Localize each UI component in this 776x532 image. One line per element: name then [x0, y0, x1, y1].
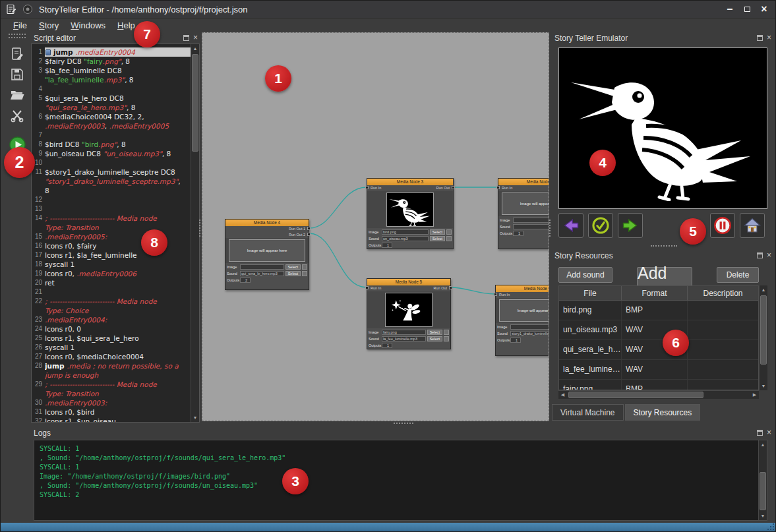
minimize-button[interactable] [721, 3, 738, 16]
menu-item-file[interactable]: File [7, 19, 33, 32]
browse-icon[interactable] [446, 236, 452, 241]
media-node-right-top[interactable]: Media Node 1 Run In Image will appear he… [498, 178, 549, 249]
in-port-pin[interactable] [494, 293, 497, 296]
node-title[interactable]: Media Node 1 [498, 179, 549, 185]
validate-button[interactable] [588, 213, 613, 238]
scroll-up-icon[interactable] [760, 285, 767, 294]
select-sound-button[interactable]: Select [427, 336, 442, 341]
table-row[interactable]: un_oiseau.mp3WAV [559, 320, 758, 340]
forward-button[interactable] [618, 213, 643, 238]
float-panel-icon[interactable] [757, 430, 763, 436]
script-editor[interactable]: 123 45 6 7891011 121314 1516171819202122… [31, 44, 200, 423]
table-hscrollbar[interactable] [558, 390, 759, 399]
outputs-spinner[interactable]: 1 [382, 343, 392, 348]
scroll-left-icon[interactable] [558, 391, 567, 399]
splitter-handle[interactable] [199, 220, 200, 237]
node-title[interactable]: Media Node 3 [367, 179, 453, 185]
tab-virtual-machine[interactable]: Virtual Machine [552, 404, 624, 421]
table-vscrollbar[interactable] [759, 285, 767, 390]
title-bar[interactable]: StoryTeller Editor - /home/anthony/ostpr… [1, 1, 775, 18]
out-port-pin[interactable] [307, 233, 311, 236]
menu-bar[interactable]: FileStoryWindowsHelp [1, 18, 775, 32]
media-node-5[interactable]: Media Node 5 Run InRun Out Imagefairy.pn… [367, 278, 451, 349]
scrollbar-thumb[interactable] [192, 54, 198, 152]
in-port-pin[interactable] [365, 286, 369, 289]
column-header[interactable]: Format [622, 286, 688, 300]
node-title[interactable]: Media Node 4 [225, 220, 309, 226]
media-node-4[interactable]: Media Node 4 Run Out 1 Run Out 2 Image w… [225, 219, 309, 290]
splitter-handle[interactable] [549, 220, 551, 237]
table-row[interactable]: fairy.pngBMP [559, 380, 758, 390]
outputs-spinner[interactable]: 1 [513, 231, 523, 236]
editor-scrollbar[interactable] [191, 44, 199, 422]
home-button[interactable] [740, 213, 765, 238]
open-button[interactable] [7, 86, 27, 104]
outputs-spinner[interactable]: 1 [382, 243, 392, 248]
float-panel-icon[interactable] [757, 35, 763, 41]
outputs-spinner[interactable]: 2 [240, 278, 251, 283]
close-project-button[interactable] [7, 106, 27, 125]
browse-icon[interactable] [446, 229, 452, 235]
select-sound-button[interactable]: Select [430, 236, 445, 241]
outputs-spinner[interactable]: 1 [510, 338, 521, 343]
media-node-3[interactable]: Media Node 3 Run InRun Out Imagebird.png… [367, 178, 454, 249]
close-button[interactable] [756, 3, 773, 16]
media-node-right-bottom[interactable]: Media Node 6 Run In Image will appear he… [495, 285, 549, 356]
menu-item-story[interactable]: Story [33, 19, 65, 32]
toolbar-grip[interactable] [9, 34, 26, 38]
in-port-pin[interactable] [365, 186, 369, 189]
tab-story-resources[interactable]: Story Resources [625, 404, 701, 421]
browse-icon[interactable] [444, 336, 449, 341]
select-image-button[interactable]: Select [427, 330, 442, 335]
scroll-down-icon[interactable] [191, 413, 199, 422]
out-port-pin[interactable] [449, 286, 452, 289]
float-panel-icon[interactable] [757, 252, 763, 258]
editor-code[interactable]: jump .mediaEntry0004$fairy DC8 "fairy.pn… [45, 47, 191, 423]
scroll-down-icon[interactable] [759, 512, 767, 520]
node-title[interactable]: Media Node 5 [367, 279, 450, 285]
table-row[interactable]: bird.pngBMP [559, 301, 758, 320]
script-line [45, 158, 191, 167]
scrollbar-thumb[interactable] [760, 295, 767, 365]
field-label: Sound [500, 225, 512, 229]
close-panel-icon[interactable] [767, 35, 771, 41]
column-header[interactable]: Description [688, 286, 758, 300]
node-title[interactable]: Media Node 6 [496, 285, 549, 292]
scroll-up-icon[interactable] [759, 440, 767, 449]
table-row[interactable]: qui_sera_le_hero.mp3WAV [559, 340, 758, 360]
new-script-button[interactable] [7, 45, 27, 63]
node-graph-canvas[interactable]: Media Node 4 Run Out 1 Run Out 2 Image w… [202, 32, 549, 421]
back-button[interactable] [558, 213, 583, 238]
scroll-right-icon[interactable] [750, 391, 759, 399]
scroll-down-icon[interactable] [760, 382, 767, 390]
browse-icon[interactable] [302, 271, 307, 276]
port-label: Run In [499, 293, 510, 297]
logs-scrollbar[interactable] [758, 440, 767, 520]
select-sound-button[interactable]: Select [285, 271, 301, 276]
add-sound-button[interactable]: Add sound [558, 267, 612, 283]
out-port-pin[interactable] [452, 186, 455, 189]
resources-table[interactable]: FileFormatDescription bird.pngBMPun_oise… [558, 285, 759, 390]
in-port-pin[interactable] [496, 186, 500, 189]
save-button[interactable] [7, 65, 27, 84]
column-header[interactable]: File [559, 286, 622, 300]
out-port-pin[interactable] [307, 227, 311, 230]
browse-icon[interactable] [444, 330, 449, 335]
maximize-button[interactable] [738, 3, 756, 16]
close-panel-icon[interactable] [767, 252, 771, 258]
resize-grip[interactable] [767, 529, 769, 530]
pause-button[interactable] [710, 213, 735, 238]
scrollbar-thumb[interactable] [568, 392, 703, 398]
splitter-handle[interactable] [394, 423, 413, 424]
scrollbar-thumb[interactable] [760, 472, 766, 510]
menu-item-windows[interactable]: Windows [65, 19, 111, 32]
logs-text[interactable]: SYSCALL: 1, Sound: "/home/anthony/ostpro… [34, 440, 758, 520]
select-image-button[interactable]: Select [285, 264, 301, 270]
splitter-handle[interactable] [651, 245, 677, 247]
table-row[interactable]: la_fee_luminelle.mp3WAV [559, 360, 758, 380]
browse-icon[interactable] [302, 264, 307, 270]
delete-button[interactable]: Delete [717, 267, 759, 283]
close-panel-icon[interactable] [767, 430, 771, 436]
scroll-up-icon[interactable] [191, 44, 199, 53]
select-image-button[interactable]: Select [430, 229, 445, 235]
